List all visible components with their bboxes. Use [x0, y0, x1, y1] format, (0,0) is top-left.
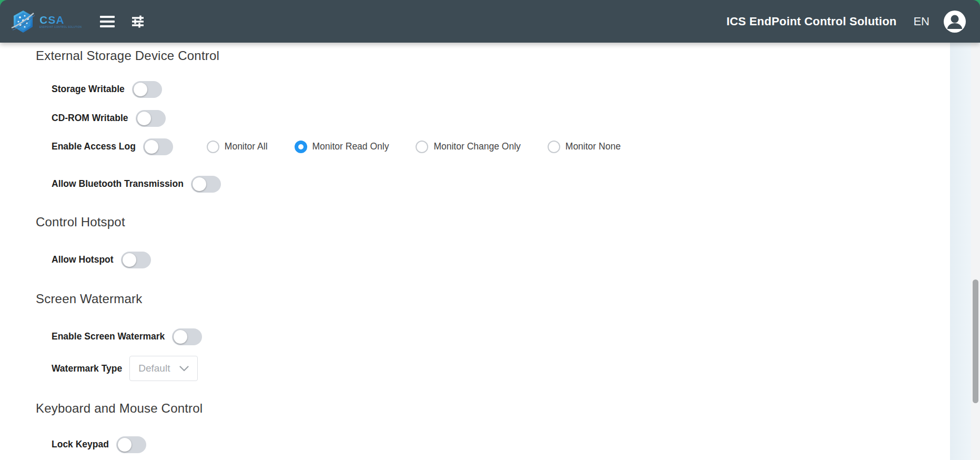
radio-label: Monitor All: [225, 141, 268, 152]
radio-monitor-read-only[interactable]: Monitor Read Only: [295, 141, 389, 153]
monitor-mode-radio-group: Monitor All Monitor Read Only Monitor Ch…: [207, 141, 621, 153]
radio-label: Monitor Read Only: [312, 141, 389, 152]
section-heading-control-hotspot: Control Hotspot: [36, 215, 980, 229]
toggle-knob-icon: [123, 253, 136, 267]
setting-label: Allow Bluetooth Transmission: [52, 178, 184, 189]
section-heading-external-storage: External Storage Device Control: [36, 48, 980, 63]
setting-row-cdrom-writable: CD-ROM Writable: [52, 109, 980, 127]
setting-label: Enable Access Log: [52, 141, 136, 152]
radio-circle-icon: [548, 141, 560, 153]
scrollbar-thumb[interactable]: [973, 279, 978, 403]
user-avatar-icon[interactable]: [943, 10, 966, 33]
lock-keypad-toggle[interactable]: [116, 436, 146, 453]
radio-label: Monitor Change Only: [433, 141, 520, 152]
language-selector[interactable]: EN: [913, 15, 930, 28]
allow-hotspot-toggle[interactable]: [121, 252, 151, 268]
setting-row-watermark-type: Watermark Type Default: [52, 356, 980, 381]
logo-hexagon-icon: [11, 9, 36, 34]
enable-access-log-toggle[interactable]: [143, 138, 173, 155]
page-edge-strip: [950, 43, 971, 460]
radio-monitor-all[interactable]: Monitor All: [207, 141, 268, 153]
setting-row-enable-access-log: Enable Access Log Monitor All Monitor Re…: [52, 138, 980, 155]
toggle-knob-icon: [134, 83, 147, 96]
setting-label: Lock Keypad: [52, 439, 109, 450]
setting-row-enable-screen-watermark: Enable Screen Watermark: [52, 328, 980, 345]
radio-circle-icon: [207, 141, 219, 153]
setting-label: Storage Writable: [52, 84, 125, 95]
setting-row-storage-writable: Storage Writable: [52, 81, 980, 98]
radio-monitor-change-only[interactable]: Monitor Change Only: [416, 141, 520, 153]
radio-circle-icon: [416, 141, 428, 153]
chevron-down-icon: [179, 366, 189, 372]
setting-label: Allow Hotspot: [52, 254, 114, 265]
app-logo[interactable]: CSA ENDPOINT CONTROL SOLUTION: [11, 9, 82, 34]
app-window: CSA ENDPOINT CONTROL SOLUTION ICS EndPoi…: [0, 0, 980, 460]
setting-label: Watermark Type: [52, 363, 122, 374]
radio-circle-icon: [295, 141, 307, 153]
tune-filters-icon[interactable]: [130, 14, 145, 29]
cdrom-writable-toggle[interactable]: [136, 110, 166, 127]
settings-page: External Storage Device Control Storage …: [0, 43, 980, 453]
scrollbar-track[interactable]: [971, 43, 980, 460]
setting-row-allow-hotspot: Allow Hotspot: [52, 251, 980, 268]
radio-monitor-none[interactable]: Monitor None: [548, 141, 621, 153]
toggle-knob-icon: [145, 140, 158, 154]
section-heading-screen-watermark: Screen Watermark: [36, 292, 980, 306]
app-title: ICS EndPoint Control Solution: [726, 15, 897, 28]
enable-screen-watermark-toggle[interactable]: [172, 328, 202, 345]
setting-row-lock-keypad: Lock Keypad: [52, 436, 980, 453]
radio-label: Monitor None: [565, 141, 621, 152]
section-heading-keyboard-mouse: Keyboard and Mouse Control: [36, 401, 980, 416]
watermark-type-select[interactable]: Default: [129, 356, 198, 381]
menu-icon[interactable]: [100, 16, 115, 27]
setting-label: Enable Screen Watermark: [52, 331, 165, 342]
toggle-knob-icon: [193, 177, 206, 191]
toggle-knob-icon: [137, 112, 151, 125]
top-navbar: CSA ENDPOINT CONTROL SOLUTION ICS EndPoi…: [0, 0, 980, 43]
allow-bluetooth-toggle[interactable]: [191, 176, 221, 193]
setting-label: CD-ROM Writable: [52, 113, 128, 124]
logo-acronym: CSA: [39, 14, 82, 25]
setting-row-allow-bluetooth: Allow Bluetooth Transmission: [52, 175, 980, 193]
toggle-knob-icon: [118, 438, 132, 452]
select-value: Default: [138, 363, 170, 374]
logo-text: CSA ENDPOINT CONTROL SOLUTION: [39, 14, 82, 29]
storage-writable-toggle[interactable]: [132, 81, 162, 98]
logo-tagline: ENDPOINT CONTROL SOLUTION: [39, 26, 82, 29]
toggle-knob-icon: [174, 330, 187, 344]
